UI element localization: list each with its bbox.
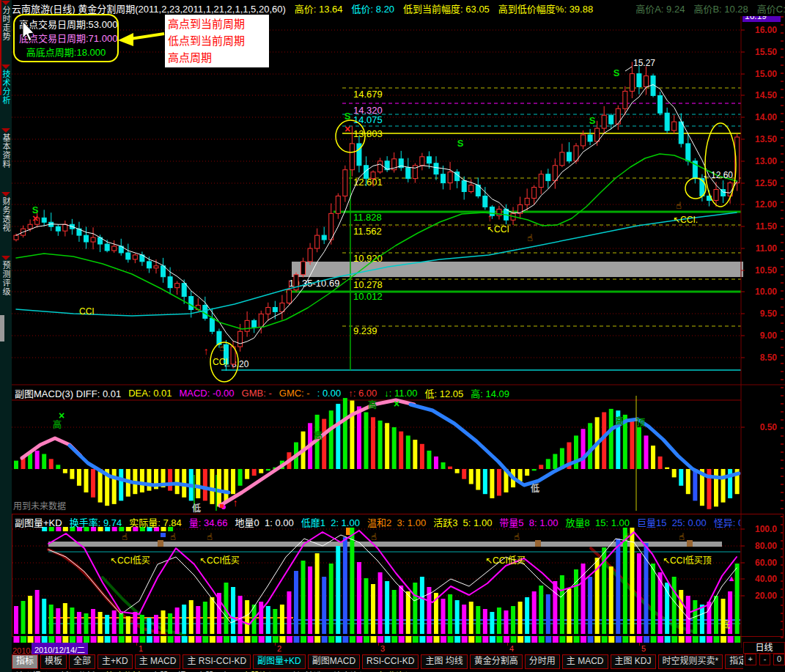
svg-text:↑: ↑ <box>204 345 209 357</box>
svg-text:16.00: 16.00 <box>755 25 777 35</box>
toolbar-button-分时用[interactable]: 分时用 <box>525 654 560 669</box>
toolbar-button-主 MACD[interactable]: 主 MACD <box>135 654 181 669</box>
svg-text:14.00: 14.00 <box>755 112 777 122</box>
macd-header-segment: MACD: -0.00 <box>179 388 234 399</box>
volume-header-segment: 副图量+KD <box>15 516 62 528</box>
svg-text:☝: ☝ <box>122 531 128 542</box>
svg-text:高: 高 <box>368 399 377 410</box>
sidebar-tab-基本资料[interactable]: 基本资料 <box>1 133 12 169</box>
svg-text:CCI: CCI <box>213 357 228 367</box>
svg-text:10.920: 10.920 <box>353 253 383 264</box>
zoom-in-button[interactable]: + <box>745 654 756 665</box>
toolbar-button-全部[interactable]: 全部 <box>69 654 95 669</box>
bottom-tab-关联报价[interactable]: 关联报价 <box>15 669 50 672</box>
toolbar-button-指定日期均线[interactable]: 指定日期均线 <box>725 654 743 669</box>
svg-text:×: × <box>32 213 38 224</box>
sidebar-tab-财务透视[interactable]: 财务透视 <box>1 197 12 232</box>
volume-header-segment: 温和2_3: 1.00 <box>367 516 426 528</box>
svg-text:底: 底 <box>721 619 730 630</box>
svg-text:13.00: 13.00 <box>755 156 777 166</box>
toolbar-button-副图MACD[interactable]: 副图MACD <box>308 654 360 669</box>
svg-text:×: × <box>394 398 399 410</box>
mouse-cursor-icon <box>21 21 37 45</box>
svg-text:40.00: 40.00 <box>755 574 777 584</box>
svg-text:9.00: 9.00 <box>760 331 778 341</box>
bottom-tab-综合资讯[interactable]: 综合资讯 <box>333 669 368 672</box>
svg-text:▲: ▲ <box>728 574 736 583</box>
sidebar-tab-技术分析[interactable]: 技术分析 <box>1 70 12 105</box>
svg-text:80.00: 80.00 <box>755 541 777 551</box>
month-tick-label: 5 <box>641 644 646 653</box>
svg-text:20.00: 20.00 <box>755 591 777 601</box>
svg-text:11.828: 11.828 <box>353 212 382 223</box>
toolbar-button-黄金分割高[interactable]: 黄金分割高 <box>470 654 523 669</box>
macd-header-segment: DEA: 0.01 <box>128 388 172 399</box>
svg-text:☝: ☝ <box>514 531 520 542</box>
macd-header-segment: ↓: 11.00 <box>384 388 417 399</box>
annotation-line: 高点周期 <box>168 49 266 66</box>
svg-text:14.679: 14.679 <box>353 89 383 100</box>
tab-divider-icon <box>1 192 10 196</box>
period-selector[interactable]: 日线 <box>743 642 785 654</box>
svg-text:S: S <box>613 67 620 78</box>
toolbar-button-主图 KDJ[interactable]: 主图 KDJ <box>611 654 656 669</box>
svg-text:0.50: 0.50 <box>760 422 778 432</box>
svg-text:9.239: 9.239 <box>353 325 377 336</box>
macd-header-segment: GMB: - <box>242 388 272 399</box>
title-segment: 高价A: 9.24 <box>635 1 685 15</box>
title-segment: 云南旅游(日线) 黄金分割周期(2011,2,23,2011,1,21,2,1,… <box>12 1 286 15</box>
toolbar-button-时空规则买卖*[interactable]: 时空规则买卖* <box>658 654 723 669</box>
zoom-reset-button[interactable]: 0 <box>773 654 785 665</box>
annotation-note: 高点到当前周期 低点到当前周期 高点周期 <box>165 15 269 67</box>
info-box-line: 高底点周期:18.000 <box>19 45 113 59</box>
bottom-tab-个股资讯[interactable]: 个股资讯 <box>242 669 277 672</box>
toolbar-button-主图 均线[interactable]: 主图 均线 <box>421 654 467 669</box>
volume-header-segment: 低靡1_2: 1.00 <box>301 516 360 528</box>
month-tick-label: 1 <box>139 644 143 653</box>
annotation-line: 低点到当前周期 <box>168 32 266 49</box>
toolbar-button-RSI-CCI-KD[interactable]: RSI-CCI-KD <box>362 654 419 669</box>
svg-text:←12.60: ←12.60 <box>702 170 733 180</box>
svg-text:↖CCI低买: ↖CCI低买 <box>199 555 240 566</box>
chart-canvas[interactable]: 10.35-10.6914.67914.32014.07513.80312.60… <box>0 0 785 672</box>
volume-header-segment: 地量0_1: 0.00 <box>235 516 293 528</box>
date-axis-row: 2010/12/14/二 2010/12/14/二 12345 <box>12 643 741 654</box>
svg-text:高: 高 <box>615 416 624 427</box>
bottom-tab-财经精选[interactable]: 财经精选 <box>287 669 323 672</box>
title-segment: 高价C: 10.9 <box>757 1 785 15</box>
volume-header-segment: 实际量: 7.84 <box>129 516 182 528</box>
tab-divider-icon <box>1 64 10 69</box>
sidebar-tab-预测评级[interactable]: 预测评级 <box>1 261 12 296</box>
toolbar-button-指标[interactable]: 指标 <box>12 654 38 669</box>
svg-text:☝: ☝ <box>170 531 176 542</box>
macd-header-segment: GMC: - <box>279 388 310 399</box>
svg-text:10.278: 10.278 <box>353 279 383 290</box>
title-segment: 低价: 8.20 <box>352 1 395 15</box>
svg-text:↖CCI低买顶: ↖CCI低买顶 <box>663 555 712 566</box>
sidebar-tab-分时走势[interactable]: 分时走势 <box>1 6 12 41</box>
month-tick-label: 3 <box>380 644 385 653</box>
bottom-tab-row-clipped: 关联报价新闻分析策略分析个股研报个股评级个股资讯财经精选综合资讯行业资讯 <box>0 669 785 672</box>
month-tick-label: 2 <box>277 644 281 653</box>
toolbar-button-副图量+KD[interactable]: 副图量+KD <box>253 654 306 669</box>
volume-header-segment: 怪异: 0.00 <box>714 516 740 528</box>
title-segment: 低到当前幅度: 63.05 <box>403 1 490 15</box>
bottom-tab-行业资讯[interactable]: 行业资讯 <box>378 669 413 672</box>
bottom-tab-新闻分析[interactable]: 新闻分析 <box>60 669 95 672</box>
toolbar-button-主 MACD[interactable]: 主 MACD <box>562 654 608 669</box>
macd-header-segment: 低: 12.05 <box>425 387 464 399</box>
sidebar-scrollbar[interactable] <box>0 315 4 341</box>
toolbar-button-主 RSI-CCI-KD[interactable]: 主 RSI-CCI-KD <box>183 654 251 669</box>
bottom-tab-策略分析[interactable]: 策略分析 <box>106 669 141 672</box>
indicator-toolbar: 指标模板全部主+KD主 MACD主 RSI-CCI-KD副图量+KD副图MACD… <box>12 654 743 669</box>
svg-text:15.00: 15.00 <box>755 69 777 79</box>
bottom-tab-个股研报[interactable]: 个股研报 <box>151 669 186 672</box>
annotation-line: 高点到当前周期 <box>168 15 266 32</box>
toolbar-button-模板[interactable]: 模板 <box>40 654 67 669</box>
svg-text:8.50: 8.50 <box>760 352 778 363</box>
toolbar-button-主+KD[interactable]: 主+KD <box>97 654 133 669</box>
zoom-out-button[interactable]: - <box>759 654 771 665</box>
svg-text:CCI: CCI <box>79 306 95 317</box>
svg-text:↖CCI: ↖CCI <box>487 224 509 235</box>
bottom-tab-个股评级[interactable]: 个股评级 <box>196 669 232 672</box>
